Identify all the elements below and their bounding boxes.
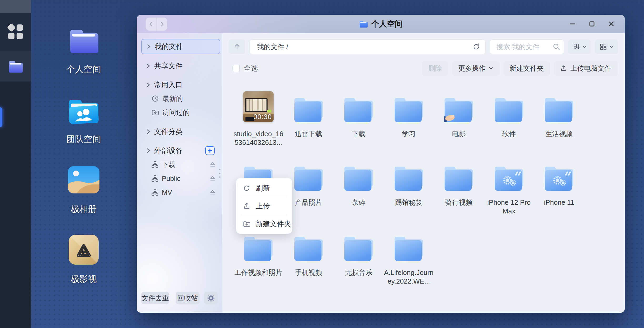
dock-top-strip xyxy=(0,0,31,13)
context-menu-refresh[interactable]: 刷新 xyxy=(236,179,292,197)
chevron-right-icon xyxy=(146,129,151,135)
sidebar-resize-handle[interactable] xyxy=(219,169,220,178)
delete-button[interactable]: 删除 xyxy=(422,61,448,76)
folder-icon xyxy=(394,97,424,122)
folder-item[interactable]: 骑行视频 xyxy=(434,159,484,216)
sort-button[interactable] xyxy=(568,39,591,54)
chevron-down-icon xyxy=(489,66,493,70)
folder-backup-gears-icon xyxy=(494,166,524,191)
file-grid-row: 工作视频和照片 手机视频 无损音乐 A.Lifelong.Journey.202… xyxy=(233,229,434,286)
folder-item[interactable]: 手机视频 xyxy=(284,229,334,286)
sidebar-item-visited[interactable]: 访问过的 xyxy=(141,105,220,120)
network-device-icon xyxy=(151,189,159,196)
folder-item-shared[interactable]: 电影 xyxy=(434,91,484,147)
up-directory-button[interactable] xyxy=(229,39,245,54)
file-browser-content: 全选 删除 更多操作 新建文件夹 xyxy=(222,33,625,313)
sidebar-item-recent[interactable]: 最新的 xyxy=(141,91,220,106)
folder-shared-hand-icon xyxy=(444,97,474,122)
folder-icon xyxy=(294,236,323,261)
folder-item[interactable]: 迅雷下载 xyxy=(284,91,334,147)
folder-icon xyxy=(244,236,273,261)
folder-item-backup[interactable]: iPhone 11 xyxy=(534,159,584,216)
select-all-label: 全选 xyxy=(244,64,258,73)
sidebar-item-device-public[interactable]: Public xyxy=(141,171,220,186)
add-device-button[interactable] xyxy=(205,146,215,155)
search-icon[interactable] xyxy=(552,43,560,51)
desktop-icon-team-space[interactable]: 团队空间 xyxy=(55,97,113,145)
path-input[interactable] xyxy=(249,39,486,54)
context-menu-upload[interactable]: 上传 xyxy=(236,197,292,215)
dock-item-personal-space[interactable] xyxy=(0,51,31,81)
context-menu-new-folder[interactable]: 新建文件夹 xyxy=(236,215,292,233)
select-all-checkbox[interactable] xyxy=(233,65,240,72)
gear-icon xyxy=(207,294,215,302)
sidebar-item-device-mv[interactable]: MV xyxy=(141,185,220,200)
refresh-path-button[interactable] xyxy=(472,43,480,51)
folder-icon xyxy=(294,166,323,191)
eject-button[interactable] xyxy=(209,188,217,196)
eject-button[interactable] xyxy=(209,175,217,182)
eject-icon xyxy=(209,189,216,196)
file-dedupe-button[interactable]: 文件去重 xyxy=(141,292,169,304)
chevron-down-icon xyxy=(582,45,587,48)
chevron-down-icon xyxy=(609,45,613,48)
sidebar-item-device-download[interactable]: 下载 xyxy=(141,157,220,172)
folder-icon xyxy=(544,97,574,122)
sidebar-item-common-entries[interactable]: 常用入口 xyxy=(141,78,220,92)
app-launcher-button[interactable] xyxy=(0,13,31,51)
new-folder-button[interactable]: 新建文件夹 xyxy=(503,61,550,76)
arrow-up-icon xyxy=(233,43,241,50)
window-title-folder-icon xyxy=(359,20,368,28)
settings-button[interactable] xyxy=(204,292,218,304)
folder-icon xyxy=(294,97,323,122)
active-app-indicator xyxy=(0,107,2,127)
view-mode-button[interactable] xyxy=(595,39,618,54)
sidebar-item-external-devices[interactable]: 外部设备 xyxy=(141,143,220,158)
desktop-icon-photo-album[interactable]: 极相册 xyxy=(55,166,113,215)
desktop-icon-movie-app[interactable]: 极影视 xyxy=(55,235,113,285)
folder-item[interactable]: 生活视频 xyxy=(534,91,584,147)
eject-icon xyxy=(209,161,216,168)
upload-icon xyxy=(560,65,567,72)
folder-item[interactable]: 踢馆秘笈 xyxy=(384,159,434,216)
close-icon xyxy=(608,20,615,27)
folder-item[interactable]: 无损音乐 xyxy=(334,229,384,286)
file-item-video[interactable]: 00:30 studio_video_1653614032613... xyxy=(233,91,284,147)
sidebar-item-shared-files[interactable]: 共享文件 xyxy=(141,59,220,73)
folder-item[interactable]: A.Lifelong.Journey.2022.WE... xyxy=(384,229,434,286)
minimize-button[interactable] xyxy=(566,18,578,30)
folder-item[interactable]: 杂碎 xyxy=(334,159,384,216)
upload-from-pc-button[interactable]: 上传电脑文件 xyxy=(554,61,618,76)
context-menu: 刷新 上传 xyxy=(236,178,292,234)
desktop-icon-label: 极影视 xyxy=(71,273,97,285)
eject-button[interactable] xyxy=(209,161,217,168)
folder-item-backup[interactable]: iPhone 12 Pro Max xyxy=(484,159,534,216)
desktop-icon-personal-space[interactable]: 个人空间 xyxy=(55,26,113,75)
folder-item[interactable]: 学习 xyxy=(384,91,434,147)
chevron-right-icon xyxy=(146,63,151,69)
recycle-bin-button[interactable]: 回收站 xyxy=(176,292,199,304)
search-box xyxy=(490,39,564,54)
window-title-text: 个人空间 xyxy=(371,19,403,29)
sidebar-item-file-categories[interactable]: 文件分类 xyxy=(141,124,220,139)
desktop-icon-label: 个人空间 xyxy=(66,64,101,75)
folder-item[interactable]: 工作视频和照片 xyxy=(233,229,284,286)
toolbar xyxy=(222,39,625,54)
sidebar-item-my-files[interactable]: 我的文件 xyxy=(141,39,220,54)
plus-icon xyxy=(207,148,213,153)
folder-item[interactable]: 下载 xyxy=(334,91,384,147)
forward-button[interactable] xyxy=(157,18,168,31)
titlebar[interactable]: 个人空间 xyxy=(137,15,625,33)
more-actions-button[interactable]: 更多操作 xyxy=(452,61,500,76)
close-button[interactable] xyxy=(605,18,617,30)
maximize-button[interactable] xyxy=(586,18,598,30)
back-button[interactable] xyxy=(146,18,157,31)
eject-icon xyxy=(209,175,216,182)
refresh-icon xyxy=(472,43,480,51)
desktop-icon-label: 极相册 xyxy=(71,203,97,215)
folder-item[interactable]: 软件 xyxy=(484,91,534,147)
action-bar: 全选 删除 更多操作 新建文件夹 xyxy=(222,61,625,76)
refresh-icon xyxy=(243,184,251,192)
folder-icon xyxy=(344,97,373,122)
path-bar xyxy=(249,39,486,54)
